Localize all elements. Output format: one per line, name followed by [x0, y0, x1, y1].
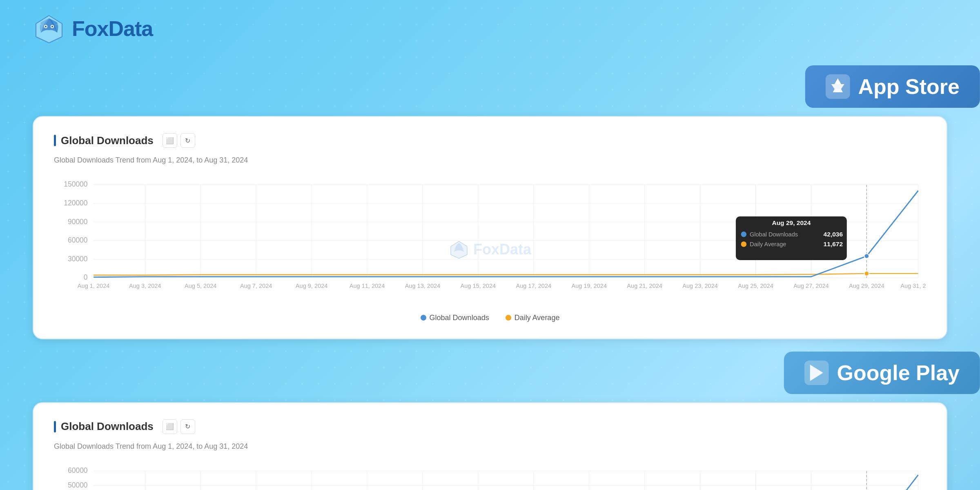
- google-play-icon: [804, 361, 829, 385]
- gp-refresh-button[interactable]: ↻: [180, 419, 195, 434]
- svg-text:30000: 30000: [68, 255, 88, 263]
- svg-text:150000: 150000: [64, 180, 88, 188]
- svg-text:Aug 5, 2024: Aug 5, 2024: [185, 283, 216, 289]
- svg-text:50000: 50000: [68, 481, 88, 489]
- app-store-label: App Store: [858, 74, 960, 99]
- global-downloads-dot: [421, 315, 426, 321]
- svg-text:11,672: 11,672: [824, 241, 843, 247]
- app-store-section-header: App Store: [0, 65, 980, 108]
- svg-text:Daily Average: Daily Average: [750, 241, 786, 247]
- app-store-badge: App Store: [805, 65, 980, 108]
- svg-text:Aug 23, 2024: Aug 23, 2024: [682, 283, 718, 289]
- app-store-chart-container: FoxData 150000 120000 90000 60000 30000 …: [54, 177, 926, 322]
- app-store-chart-subtitle: Global Downloads Trend from Aug 1, 2024,…: [54, 156, 926, 165]
- svg-text:0: 0: [84, 273, 88, 281]
- google-play-chart-title: Global Downloads: [61, 420, 154, 433]
- svg-text:Aug 9, 2024: Aug 9, 2024: [296, 283, 327, 289]
- legend-daily-average-label: Daily Average: [514, 314, 560, 322]
- svg-text:120000: 120000: [64, 199, 88, 207]
- svg-text:Aug 27, 2024: Aug 27, 2024: [793, 283, 829, 289]
- google-play-card-actions[interactable]: ⬜ ↻: [163, 419, 195, 434]
- svg-text:Aug 25, 2024: Aug 25, 2024: [738, 283, 773, 289]
- svg-text:42,036: 42,036: [824, 231, 843, 238]
- app-store-card-header: Global Downloads ⬜ ↻: [54, 133, 926, 148]
- svg-text:60000: 60000: [68, 236, 88, 244]
- watermark: FoxData: [449, 239, 531, 260]
- google-play-chart-card: Global Downloads ⬜ ↻ Global Downloads Tr…: [33, 402, 947, 490]
- app-store-icon: [826, 74, 850, 99]
- svg-point-4: [51, 26, 53, 27]
- svg-point-35: [864, 271, 869, 276]
- svg-text:Aug 7, 2024: Aug 7, 2024: [240, 283, 272, 289]
- svg-text:Aug 29, 2024: Aug 29, 2024: [849, 283, 884, 289]
- svg-text:Aug 17, 2024: Aug 17, 2024: [516, 283, 552, 289]
- app-store-legend: Global Downloads Daily Average: [54, 314, 926, 322]
- svg-text:Aug 1, 2024: Aug 1, 2024: [78, 283, 109, 289]
- google-play-card-header: Global Downloads ⬜ ↻: [54, 419, 926, 434]
- daily-average-dot: [506, 315, 511, 321]
- svg-point-55: [741, 232, 747, 237]
- svg-point-58: [741, 241, 747, 247]
- legend-global-downloads: Global Downloads: [421, 314, 489, 322]
- gp-export-button[interactable]: ⬜: [163, 419, 177, 434]
- brand-name: FoxData: [72, 16, 153, 41]
- legend-global-downloads-label: Global Downloads: [430, 314, 489, 322]
- header: FoxData: [0, 0, 980, 57]
- svg-text:90000: 90000: [68, 218, 88, 226]
- svg-text:Aug 21, 2024: Aug 21, 2024: [627, 283, 662, 289]
- svg-text:Aug 15, 2024: Aug 15, 2024: [461, 283, 496, 289]
- svg-point-36: [864, 254, 869, 258]
- app-store-chart-card: Global Downloads ⬜ ↻ Global Downloads Tr…: [33, 116, 947, 339]
- fox-logo-icon: [33, 12, 65, 45]
- svg-text:Aug 19, 2024: Aug 19, 2024: [571, 283, 607, 289]
- google-play-chart-container: FoxData 60000 50000 40000 30000 20000 10…: [54, 463, 926, 490]
- svg-text:Aug 31, 2024: Aug 31, 2024: [900, 283, 926, 289]
- google-play-badge: Google Play: [784, 352, 980, 394]
- google-play-chart-subtitle: Global Downloads Trend from Aug 1, 2024,…: [54, 442, 926, 451]
- svg-text:Global Downloads: Global Downloads: [750, 231, 798, 238]
- legend-daily-average: Daily Average: [506, 314, 560, 322]
- svg-text:Aug 29, 2024: Aug 29, 2024: [772, 219, 811, 226]
- google-play-chart-svg: 60000 50000 40000 30000 20000 10000 0: [54, 463, 926, 490]
- app-store-card-actions[interactable]: ⬜ ↻: [163, 133, 195, 148]
- title-bar-decoration: [54, 135, 56, 146]
- google-play-label: Google Play: [837, 361, 960, 385]
- export-button[interactable]: ⬜: [163, 133, 177, 148]
- svg-text:Aug 11, 2024: Aug 11, 2024: [350, 283, 385, 289]
- svg-text:Aug 3, 2024: Aug 3, 2024: [129, 283, 161, 289]
- app-store-chart-title: Global Downloads: [61, 134, 154, 147]
- svg-point-3: [45, 26, 47, 27]
- svg-text:60000: 60000: [68, 466, 88, 474]
- svg-text:Aug 13, 2024: Aug 13, 2024: [405, 283, 441, 289]
- refresh-button[interactable]: ↻: [180, 133, 195, 148]
- google-play-section-header: Google Play: [0, 352, 980, 394]
- logo-container: FoxData: [33, 12, 153, 45]
- gp-title-bar-decoration: [54, 421, 56, 432]
